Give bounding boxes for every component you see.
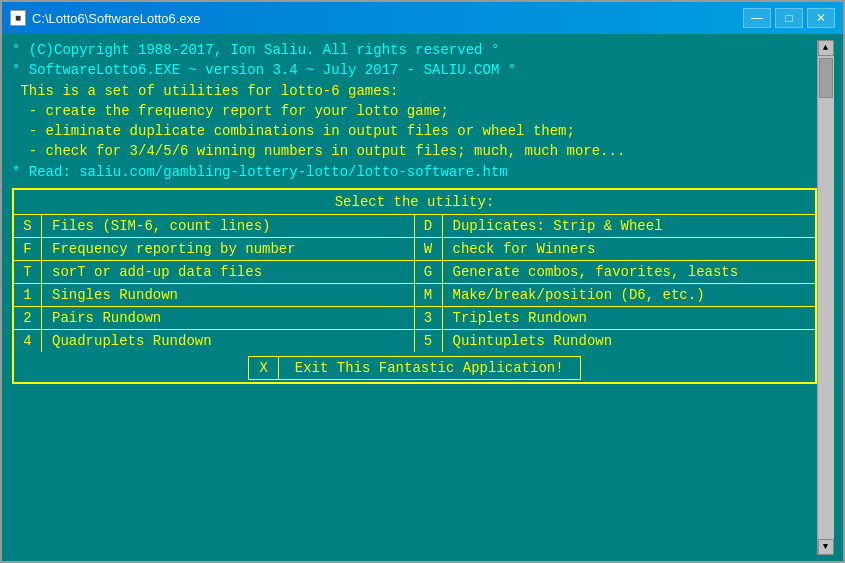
menu-label-1: Singles Rundown — [42, 284, 414, 306]
menu-label-w: check for Winners — [443, 238, 816, 260]
maximize-button[interactable]: □ — [775, 8, 803, 28]
menu-header: Select the utility: — [14, 190, 815, 215]
menu-key-g: G — [415, 261, 443, 283]
close-button[interactable]: ✕ — [807, 8, 835, 28]
menu-label-t: sorT or add-up data files — [42, 261, 414, 283]
menu-label-5: Quintuplets Rundown — [443, 330, 816, 352]
console-line-1: ° (C)Copyright 1988-2017, Ion Saliu. All… — [12, 40, 817, 60]
console-area: ° (C)Copyright 1988-2017, Ion Saliu. All… — [2, 34, 843, 561]
menu-label-2: Pairs Rundown — [42, 307, 414, 329]
menu-label-s: Files (SIM-6, count lines) — [42, 215, 414, 237]
console-line-6: - check for 3/4/5/6 winning numbers in o… — [12, 141, 817, 161]
menu-key-2: 2 — [14, 307, 42, 329]
menu-table: Select the utility: S Files (SIM-6, coun… — [12, 188, 817, 384]
menu-key-1: 1 — [14, 284, 42, 306]
title-bar-left: ■ C:\Lotto6\SoftwareLotto6.exe — [10, 10, 200, 26]
menu-cell-1[interactable]: 1 Singles Rundown — [14, 284, 415, 307]
console-line-5: - eliminate duplicate combinations in ou… — [12, 121, 817, 141]
menu-key-s: S — [14, 215, 42, 237]
menu-key-f: F — [14, 238, 42, 260]
console-line-7: * Read: saliu.com/gambling-lottery-lotto… — [12, 162, 817, 182]
menu-cell-3[interactable]: 3 Triplets Rundown — [415, 307, 816, 330]
menu-key-w: W — [415, 238, 443, 260]
menu-cell-s[interactable]: S Files (SIM-6, count lines) — [14, 215, 415, 238]
menu-cell-5[interactable]: 5 Quintuplets Rundown — [415, 330, 816, 352]
menu-label-4: Quadruplets Rundown — [42, 330, 414, 352]
console-line-3: This is a set of utilities for lotto-6 g… — [12, 81, 817, 101]
menu-cell-t[interactable]: T sorT or add-up data files — [14, 261, 415, 284]
menu-key-t: T — [14, 261, 42, 283]
exit-row: X Exit This Fantastic Application! — [14, 352, 815, 382]
menu-key-d: D — [415, 215, 443, 237]
scroll-thumb[interactable] — [819, 58, 833, 98]
menu-cell-m[interactable]: M Make/break/position (D6, etc.) — [415, 284, 816, 307]
menu-cell-g[interactable]: G Generate combos, favorites, leasts — [415, 261, 816, 284]
title-bar-buttons: — □ ✕ — [743, 8, 835, 28]
menu-cell-w[interactable]: W check for Winners — [415, 238, 816, 261]
exit-key: X — [249, 357, 278, 379]
scroll-up-arrow[interactable]: ▲ — [818, 40, 834, 56]
window-title: C:\Lotto6\SoftwareLotto6.exe — [32, 11, 200, 26]
console-line-2: ° SoftwareLotto6.EXE ~ version 3.4 ~ Jul… — [12, 60, 817, 80]
console-content: ° (C)Copyright 1988-2017, Ion Saliu. All… — [12, 40, 817, 555]
menu-key-3: 3 — [415, 307, 443, 329]
menu-label-d: Duplicates: Strip & Wheel — [443, 215, 816, 237]
menu-label-3: Triplets Rundown — [443, 307, 816, 329]
menu-label-m: Make/break/position (D6, etc.) — [443, 284, 816, 306]
scrollbar[interactable]: ▲ ▼ — [817, 40, 833, 555]
main-window: ■ C:\Lotto6\SoftwareLotto6.exe — □ ✕ ° (… — [0, 0, 845, 563]
menu-key-m: M — [415, 284, 443, 306]
menu-key-4: 4 — [14, 330, 42, 352]
menu-cell-d[interactable]: D Duplicates: Strip & Wheel — [415, 215, 816, 238]
minimize-button[interactable]: — — [743, 8, 771, 28]
menu-cell-4[interactable]: 4 Quadruplets Rundown — [14, 330, 415, 352]
menu-cell-2[interactable]: 2 Pairs Rundown — [14, 307, 415, 330]
scroll-down-arrow[interactable]: ▼ — [818, 539, 834, 555]
title-bar: ■ C:\Lotto6\SoftwareLotto6.exe — □ ✕ — [2, 2, 843, 34]
exit-label: Exit This Fantastic Application! — [279, 357, 580, 379]
window-icon: ■ — [10, 10, 26, 26]
menu-key-5: 5 — [415, 330, 443, 352]
menu-label-f: Frequency reporting by number — [42, 238, 414, 260]
menu-label-g: Generate combos, favorites, leasts — [443, 261, 816, 283]
scroll-track — [818, 56, 834, 539]
menu-cell-f[interactable]: F Frequency reporting by number — [14, 238, 415, 261]
menu-grid: S Files (SIM-6, count lines) D Duplicate… — [14, 215, 815, 352]
console-line-4: - create the frequency report for your l… — [12, 101, 817, 121]
exit-cell[interactable]: X Exit This Fantastic Application! — [248, 356, 580, 380]
